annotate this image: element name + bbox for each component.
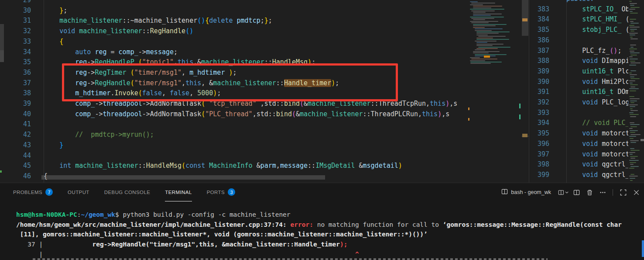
minimap-line [476,31,510,32]
code-token: // pmdtcp->myrun(); [75,131,154,139]
minimap-line [470,17,504,17]
code-line[interactable]: reg->RegTimer ("timer/msg1", m_hdtimer )… [44,68,237,78]
minimap-line [470,62,502,62]
minimap-line [630,132,635,133]
minimap-line [630,84,638,85]
code-line[interactable]: void qgctrl_ [566,170,629,180]
code-token [566,57,582,65]
code-token: this [185,79,201,87]
code-token: bind [284,100,300,107]
minimap-line [630,74,637,75]
code-line[interactable]: void machine_listener::RegHandle() [44,26,193,37]
code-token: "tcp_thread" [209,100,256,107]
code-line[interactable]: auto reg = comp_->message; [44,47,178,58]
code-line[interactable]: comp_->threadpool->AddNormalTask("PLC_th… [44,109,449,120]
code-line[interactable]: void qgctrl_ [566,159,629,170]
code-line[interactable]: void Hmi2Plc [566,77,629,87]
code-line[interactable]: stPLC_HMI_ ( [566,14,629,25]
code-token [44,38,59,45]
minimap-edge-marker [468,118,469,121]
code-token: message [280,162,308,170]
panel-tab-problems[interactable]: PROBLEMS7 [13,183,53,201]
code-line[interactable]: void motorct [566,128,629,139]
more-actions-icon[interactable] [597,187,608,198]
code-token: -> [87,69,95,76]
code-line[interactable]: void motorct [566,139,629,149]
code-token: & [296,110,300,118]
editor-pane-secondary[interactable]: 3833843853863873883893903913923933943953… [529,0,629,183]
line-number: 31 [4,16,31,26]
code-token: ::~machine_listener [123,17,198,24]
code-line[interactable]: reg->RegHandle("timer/msg1",this, &machi… [44,78,339,89]
code-token: RegHandle [95,79,130,87]
panel-tab-debug-console[interactable]: DEBUG CONSOLE [104,183,151,201]
terminal-scrollbar-thumb[interactable] [642,240,644,257]
code-token: RegHandle [150,27,185,35]
code-token: ); [340,241,347,248]
line-number: 30 [4,6,31,16]
line-number [529,0,549,4]
code-line[interactable]: int machine_listener::HandleMsg(const Ma… [44,161,402,171]
code-line[interactable]: uint16_t DOm [566,87,629,97]
minimap-line [476,39,509,40]
code-line[interactable]: void DImappi [566,56,629,66]
minimap-line [473,51,500,52]
vertical-scrollbar-secondary[interactable] [641,0,644,183]
code-line[interactable]: // void PLC_ [566,118,629,128]
code-token: stPLC_HMI_ [582,15,621,23]
vertical-scrollbar-main[interactable] [521,0,529,183]
scrollbar-thumb[interactable] [641,139,644,141]
minimap-line [630,158,635,159]
panel-tab-terminal[interactable]: TERMINAL [165,183,192,201]
code-line[interactable]: m_hdtimer.Invoke(false, false, 5000); [44,88,221,99]
code-line[interactable]: machine_listener::~machine_listener(){de… [44,16,272,26]
minimap-line [630,162,636,163]
code-token: comp_ [75,110,95,118]
minimap-line [630,114,639,115]
vscode-window: 293031323334353637383940414243444546 }; … [0,0,644,260]
code-line[interactable]: void motorct [566,149,629,160]
code-token [44,110,75,118]
code-token: = [107,48,119,56]
panel-tab-output[interactable]: OUTPUT [68,183,89,201]
code-line[interactable]: public: [566,0,594,4]
minimap-line [629,56,633,57]
code-line[interactable]: stobj_PLC_ ( [566,25,629,35]
code-line[interactable]: void PLC_log [566,97,629,108]
minimap-main[interactable] [468,0,521,183]
code-line[interactable]: { [44,37,63,47]
code-line[interactable]: comp_->threadpool->AddNormalTask( "tcp_t… [44,99,457,109]
code-line[interactable]: PLC_fz_(); [566,46,621,56]
minimap-line [629,9,635,10]
minimap-line [473,15,491,16]
code-line[interactable]: uint16_t Plc [566,66,629,77]
terminal-session-label: bash - geom_wk [511,189,551,195]
minimap-line [630,134,641,135]
horizontal-scrollbar[interactable] [41,175,325,180]
maximize-panel-icon[interactable] [618,187,628,198]
minimap-line [471,3,495,3]
code-token: bind [276,110,292,118]
scrollbar-thumb[interactable] [522,0,528,36]
minimap-line [630,166,639,167]
minimap-secondary[interactable] [628,0,641,183]
code-token: | [16,251,43,258]
code-token: threadpool [103,100,142,107]
code-token: ( [130,79,134,87]
code-token: qgctrl_ [598,160,629,168]
code-line[interactable]: stPLC_IO_ Ob [566,4,629,15]
terminal-session-item[interactable]: bash - geom_wk [501,188,551,196]
code-token: auto [75,48,91,56]
split-terminal-button[interactable] [571,187,582,198]
code-token: , [174,58,178,66]
panel-tab-ports[interactable]: PORTS3 [207,183,235,201]
code-line[interactable]: reg->RegHandleP ("topic1",this,&machine_… [44,57,315,68]
kill-terminal-icon[interactable] [584,187,595,198]
code-token [71,162,75,170]
launch-profile-button[interactable] [558,187,569,198]
code-line[interactable]: } [44,140,63,151]
code-line[interactable]: }; [44,6,67,16]
code-line[interactable]: // pmdtcp->myrun(); [44,130,154,140]
close-panel-icon[interactable] [631,187,641,198]
editor-pane-main[interactable]: 293031323334353637383940414243444546 }; … [4,0,468,183]
